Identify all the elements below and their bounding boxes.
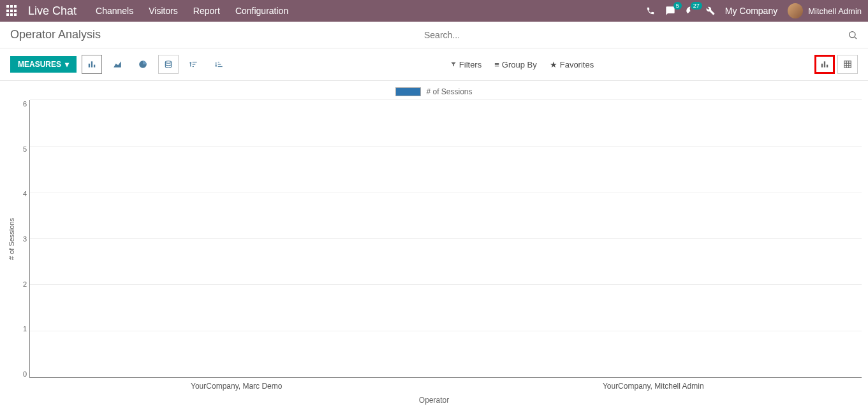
page-header: Operator Analysis	[0, 22, 868, 48]
plot-area	[29, 100, 862, 378]
y-tick: 3	[23, 235, 27, 243]
svg-rect-12	[218, 66, 223, 67]
nav-link-visitors[interactable]: Visitors	[149, 6, 178, 16]
chart-legend: # of Sessions	[6, 87, 862, 96]
user-menu[interactable]: Mitchell Admin	[788, 3, 862, 18]
svg-rect-8	[193, 64, 196, 64]
svg-rect-7	[193, 62, 197, 62]
y-tick: 2	[23, 280, 27, 288]
favorites-label: Favorites	[560, 60, 594, 69]
messages-icon[interactable]: 5	[665, 6, 675, 16]
activity-badge: 27	[691, 2, 702, 10]
groupby-label: Group By	[502, 60, 537, 69]
tools-icon[interactable]	[706, 6, 715, 15]
svg-rect-2	[89, 64, 90, 68]
line-chart-icon[interactable]	[107, 55, 128, 74]
svg-rect-4	[94, 65, 95, 68]
graph-view-button[interactable]	[814, 55, 835, 74]
svg-line-1	[855, 37, 857, 39]
y-tick: 5	[23, 145, 27, 153]
user-name: Mitchell Admin	[808, 6, 862, 16]
svg-rect-11	[218, 64, 221, 64]
y-tick: 6	[23, 100, 27, 108]
search-icon[interactable]	[848, 30, 858, 40]
top-navbar: Live Chat Channels Visitors Report Confi…	[0, 0, 868, 22]
svg-rect-9	[193, 66, 194, 67]
filters-label: Filters	[459, 60, 482, 69]
y-tick: 0	[23, 370, 27, 378]
nav-link-configuration[interactable]: Configuration	[235, 6, 288, 16]
phone-icon[interactable]	[646, 6, 655, 15]
nav-link-channels[interactable]: Channels	[96, 6, 133, 16]
list-icon: ≡	[494, 60, 499, 69]
bar-chart-icon[interactable]	[82, 55, 102, 74]
sort-asc-icon[interactable]	[209, 55, 230, 74]
legend-swatch	[395, 87, 421, 96]
y-tick: 4	[23, 190, 27, 198]
svg-rect-3	[91, 61, 92, 67]
sort-desc-icon[interactable]	[184, 55, 204, 74]
messages-badge: 5	[673, 2, 682, 10]
svg-point-6	[165, 61, 171, 64]
star-icon: ★	[550, 60, 557, 69]
svg-rect-15	[827, 65, 828, 68]
search-input[interactable]	[424, 30, 842, 40]
stacked-icon[interactable]	[158, 55, 179, 74]
filters-button[interactable]: Filters	[450, 60, 482, 69]
svg-point-0	[850, 31, 855, 37]
app-title: Live Chat	[28, 4, 77, 18]
legend-label: # of Sessions	[426, 87, 472, 96]
apps-grid-icon[interactable]	[6, 5, 18, 17]
avatar	[788, 3, 803, 18]
measures-button[interactable]: MEASURES ▾	[10, 56, 77, 73]
groupby-button[interactable]: ≡ Group By	[494, 60, 537, 69]
svg-rect-14	[824, 61, 825, 67]
caret-down-icon: ▾	[65, 60, 69, 69]
y-axis-label: # of Sessions	[6, 100, 17, 378]
svg-rect-13	[821, 64, 823, 68]
y-axis: 6 5 4 3 2 1 0	[17, 100, 29, 378]
pivot-view-button[interactable]	[837, 55, 858, 74]
filter-icon	[450, 61, 457, 68]
x-axis-label: Operator	[6, 391, 862, 407]
svg-rect-10	[218, 62, 219, 62]
pie-chart-icon[interactable]	[133, 55, 153, 74]
company-selector[interactable]: My Company	[725, 6, 777, 16]
x-tick: YourCompany, Mitchell Admin	[445, 378, 862, 391]
x-tick: YourCompany, Marc Demo	[28, 378, 445, 391]
controls-bar: MEASURES ▾ Filters ≡ Grou	[0, 48, 868, 81]
page-title: Operator Analysis	[10, 28, 101, 41]
y-tick: 1	[23, 325, 27, 333]
svg-rect-16	[844, 61, 851, 68]
nav-link-report[interactable]: Report	[193, 6, 220, 16]
favorites-button[interactable]: ★ Favorites	[550, 60, 594, 69]
activity-icon[interactable]: 27	[686, 6, 696, 16]
measures-label: MEASURES	[18, 60, 61, 69]
chart-container: # of Sessions # of Sessions 6 5 4 3 2 1 …	[0, 81, 868, 411]
